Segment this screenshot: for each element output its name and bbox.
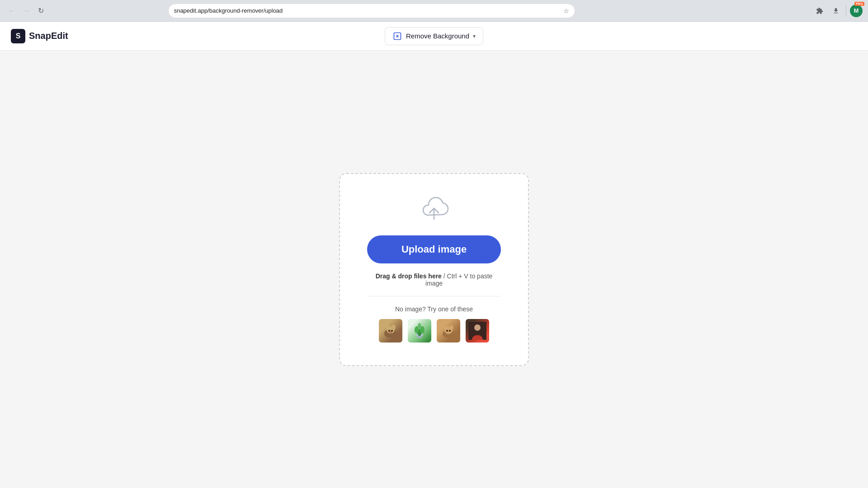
- remove-background-button[interactable]: Remove Background ▾: [385, 27, 483, 45]
- browser-chrome: ← → ↻ snapedit.app/background-remover/up…: [0, 0, 868, 22]
- svg-point-19: [446, 330, 448, 332]
- download-button[interactable]: [830, 5, 842, 17]
- svg-point-5: [392, 324, 396, 330]
- sample-image-person[interactable]: [465, 318, 490, 343]
- header-center: Remove Background ▾: [385, 27, 483, 45]
- nav-buttons: ← → ↻: [5, 5, 47, 17]
- sample-image-plant-inner: [408, 319, 431, 343]
- sample-image-dog1[interactable]: [378, 318, 403, 343]
- svg-point-18: [450, 325, 453, 330]
- remove-bg-icon: [392, 31, 402, 41]
- sample-image-plant[interactable]: [407, 318, 432, 343]
- sample-image-dog2[interactable]: [436, 318, 461, 343]
- svg-point-8: [389, 331, 392, 333]
- profile-avatar[interactable]: M PRO: [850, 5, 863, 17]
- divider: [367, 296, 501, 296]
- cloud-upload-icon: [418, 196, 450, 225]
- browser-toolbar-right: M PRO: [813, 5, 863, 17]
- sample-image-person-inner: [466, 319, 489, 343]
- address-bar[interactable]: snapedit.app/background-remover/upload ☆: [168, 4, 575, 18]
- svg-point-20: [449, 330, 451, 332]
- sample-image-dog2-inner: [437, 319, 460, 343]
- upload-card: Upload image Drag & drop files here / Ct…: [339, 173, 529, 366]
- svg-point-14: [418, 323, 421, 329]
- url-text: snapedit.app/background-remover/upload: [174, 7, 560, 14]
- app-logo[interactable]: S SnapEdit: [11, 29, 68, 43]
- sample-images-grid: [378, 318, 490, 343]
- logo-icon: S: [11, 29, 25, 43]
- app-header: S SnapEdit Remove Background ▾: [0, 22, 868, 51]
- forward-button[interactable]: →: [20, 5, 33, 17]
- reload-button[interactable]: ↻: [34, 5, 47, 17]
- star-icon[interactable]: ☆: [563, 7, 569, 14]
- sample-image-dog1-inner: [379, 319, 402, 343]
- app-container: S SnapEdit Remove Background ▾: [0, 22, 868, 488]
- back-button[interactable]: ←: [5, 5, 18, 17]
- no-image-label: No image? Try one of these: [395, 305, 473, 313]
- address-bar-container: snapedit.app/background-remover/upload ☆: [168, 4, 575, 18]
- svg-point-22: [474, 324, 481, 331]
- extensions-button[interactable]: [813, 5, 826, 17]
- address-bar-icons: ☆: [563, 7, 569, 14]
- chevron-down-icon: ▾: [473, 33, 476, 39]
- svg-point-4: [386, 324, 389, 330]
- logo-text: SnapEdit: [29, 31, 68, 41]
- drag-drop-text: Drag & drop files here / Ctrl + V to pas…: [367, 272, 501, 287]
- main-content: Upload image Drag & drop files here / Ct…: [0, 51, 868, 488]
- pro-badge: PRO: [854, 2, 864, 6]
- upload-image-button[interactable]: Upload image: [367, 235, 501, 263]
- sample-images-section: No image? Try one of these: [367, 305, 501, 343]
- remove-bg-label: Remove Background: [406, 32, 469, 40]
- svg-point-17: [443, 325, 447, 330]
